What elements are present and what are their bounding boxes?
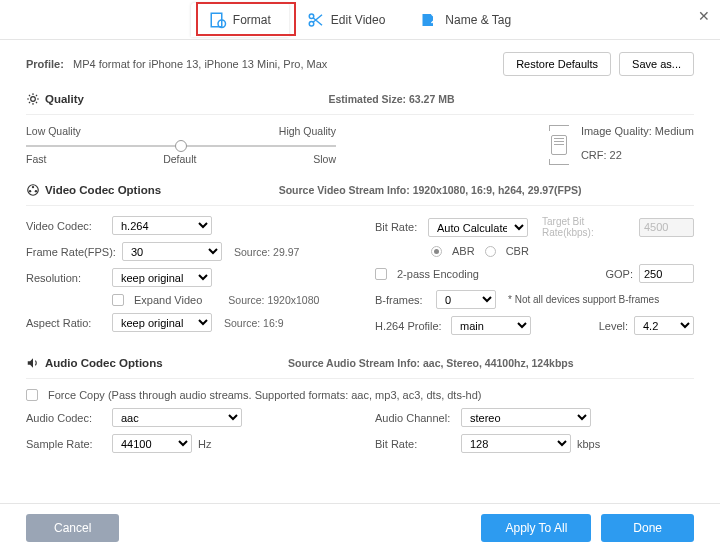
audio-bitrate-label: Bit Rate: bbox=[375, 438, 455, 450]
twopass-label: 2-pass Encoding bbox=[397, 268, 479, 280]
quality-slider[interactable] bbox=[26, 145, 336, 147]
tabs-bar: Format Edit Video Name & Tag ✕ bbox=[0, 0, 720, 40]
bitrate-label: Bit Rate: bbox=[375, 221, 422, 233]
fps-label: Frame Rate(FPS): bbox=[26, 246, 116, 258]
fps-source: Source: 29.97 bbox=[234, 246, 299, 258]
level-select[interactable]: 4.2 bbox=[634, 316, 694, 335]
level-label: Level: bbox=[599, 320, 628, 332]
pencil-icon bbox=[421, 11, 439, 29]
svg-point-8 bbox=[29, 190, 31, 192]
audio-codec-label: Audio Codec: bbox=[26, 412, 106, 424]
document-icon bbox=[551, 135, 567, 155]
sample-rate-label: Sample Rate: bbox=[26, 438, 106, 450]
footer-bar: Cancel Apply To All Done bbox=[0, 503, 720, 551]
cbr-radio[interactable] bbox=[485, 246, 496, 257]
resolution-label: Resolution: bbox=[26, 272, 106, 284]
high-quality-label: High Quality bbox=[279, 125, 336, 137]
profile-label: Profile: bbox=[26, 58, 64, 70]
tab-edit-video-label: Edit Video bbox=[331, 13, 386, 27]
save-as-button[interactable]: Save as... bbox=[619, 52, 694, 76]
restore-defaults-button[interactable]: Restore Defaults bbox=[503, 52, 611, 76]
close-icon[interactable]: ✕ bbox=[698, 8, 710, 24]
profile-line: Profile: MP4 format for iPhone 13, iPhon… bbox=[26, 58, 327, 70]
cbr-label: CBR bbox=[506, 245, 529, 257]
audio-channel-label: Audio Channel: bbox=[375, 412, 455, 424]
bframes-note: * Not all devices support B-frames bbox=[508, 294, 659, 305]
quality-title: Quality Estimated Size: 63.27 MB bbox=[26, 92, 694, 106]
audio-channel-select[interactable]: stereo bbox=[461, 408, 591, 427]
cancel-button[interactable]: Cancel bbox=[26, 514, 119, 542]
scissors-icon bbox=[307, 11, 325, 29]
low-quality-label: Low Quality bbox=[26, 125, 81, 137]
svg-rect-4 bbox=[423, 14, 434, 26]
bracket-icon bbox=[549, 159, 569, 165]
h264-profile-label: H.264 Profile: bbox=[375, 320, 445, 332]
bitrate-select[interactable]: Auto Calculate bbox=[428, 218, 528, 237]
video-codec-title: Video Codec Options Source Video Stream … bbox=[26, 183, 694, 197]
slider-thumb[interactable] bbox=[175, 140, 187, 152]
audio-codec-select[interactable]: aac bbox=[112, 408, 242, 427]
crf-value: CRF: 22 bbox=[581, 149, 694, 161]
gop-input[interactable] bbox=[639, 264, 694, 283]
gear-icon bbox=[26, 92, 40, 106]
aspect-source: Source: 16:9 bbox=[224, 317, 284, 329]
done-button[interactable]: Done bbox=[601, 514, 694, 542]
audio-bitrate-select[interactable]: 128 bbox=[461, 434, 571, 453]
tab-format[interactable]: Format bbox=[191, 3, 289, 37]
resolution-select[interactable]: keep original bbox=[112, 268, 212, 287]
abr-label: ABR bbox=[452, 245, 475, 257]
video-source-info: Source Video Stream Info: 1920x1080, 16:… bbox=[166, 184, 694, 196]
tab-format-label: Format bbox=[233, 13, 271, 27]
h264-profile-select[interactable]: main bbox=[451, 316, 531, 335]
fast-label: Fast bbox=[26, 153, 46, 165]
svg-point-7 bbox=[32, 186, 34, 188]
slow-label: Slow bbox=[313, 153, 336, 165]
force-copy-label: Force Copy (Pass through audio streams. … bbox=[48, 389, 481, 401]
svg-point-5 bbox=[31, 97, 36, 102]
target-bitrate-label: Target Bit Rate(kbps): bbox=[542, 216, 633, 238]
default-label: Default bbox=[163, 153, 196, 165]
video-codec-select[interactable]: h.264 bbox=[112, 216, 212, 235]
video-codec-label: Video Codec: bbox=[26, 220, 106, 232]
image-quality-value: Image Quality: Medium bbox=[581, 125, 694, 137]
tab-name-tag[interactable]: Name & Tag bbox=[403, 3, 529, 37]
target-bitrate-input bbox=[639, 218, 694, 237]
bframes-select[interactable]: 0 bbox=[436, 290, 496, 309]
force-copy-checkbox[interactable] bbox=[26, 389, 38, 401]
resolution-source: Source: 1920x1080 bbox=[228, 294, 319, 306]
bframes-label: B-frames: bbox=[375, 294, 430, 306]
sample-rate-unit: Hz bbox=[198, 438, 211, 450]
tab-name-tag-label: Name & Tag bbox=[445, 13, 511, 27]
profile-value: MP4 format for iPhone 13, iPhone 13 Mini… bbox=[73, 58, 327, 70]
format-icon bbox=[209, 11, 227, 29]
tab-edit-video[interactable]: Edit Video bbox=[289, 3, 404, 37]
speaker-icon bbox=[26, 356, 40, 370]
fps-select[interactable]: 30 bbox=[122, 242, 222, 261]
gop-label: GOP: bbox=[605, 268, 633, 280]
estimated-size: Estimated Size: 63.27 MB bbox=[89, 93, 694, 105]
abr-radio[interactable] bbox=[431, 246, 442, 257]
aspect-select[interactable]: keep original bbox=[112, 313, 212, 332]
svg-point-9 bbox=[35, 190, 37, 192]
aspect-label: Aspect Ratio: bbox=[26, 317, 106, 329]
audio-bitrate-unit: kbps bbox=[577, 438, 600, 450]
bracket-icon bbox=[549, 125, 569, 131]
expand-video-checkbox[interactable] bbox=[112, 294, 124, 306]
audio-codec-title: Audio Codec Options Source Audio Stream … bbox=[26, 356, 694, 370]
expand-video-label: Expand Video bbox=[134, 294, 202, 306]
twopass-checkbox[interactable] bbox=[375, 268, 387, 280]
audio-source-info: Source Audio Stream Info: aac, Stereo, 4… bbox=[168, 357, 694, 369]
apply-to-all-button[interactable]: Apply To All bbox=[481, 514, 591, 542]
sample-rate-select[interactable]: 44100 bbox=[112, 434, 192, 453]
film-icon bbox=[26, 183, 40, 197]
